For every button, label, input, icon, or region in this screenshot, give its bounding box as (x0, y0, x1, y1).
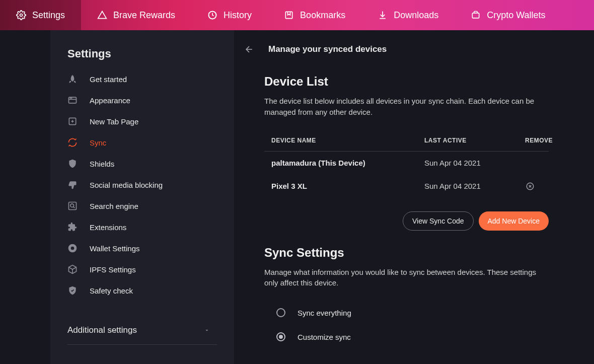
col-device-name: DEVICE NAME (264, 137, 424, 144)
sidebar-item-extensions[interactable]: Extensions (50, 216, 234, 238)
svg-rect-11 (69, 202, 77, 210)
tab-label: Bookmarks (300, 10, 345, 21)
appearance-icon (67, 95, 78, 105)
nav-label: Wallet Settings (90, 244, 140, 253)
puzzle-icon (67, 222, 78, 232)
gear-icon (16, 10, 26, 20)
wallet-icon (471, 10, 481, 20)
sidebar-item-social-media-blocking[interactable]: Social media blocking (50, 174, 234, 195)
svg-point-0 (20, 14, 23, 17)
back-arrow-icon[interactable] (244, 44, 254, 54)
search-icon (67, 201, 78, 211)
tab-downloads[interactable]: Downloads (361, 0, 455, 30)
sidebar-item-safety-check[interactable]: Safety check (50, 280, 234, 301)
table-row: paltamadura (This Device) Sun Apr 04 202… (264, 152, 549, 174)
new-tab-icon (67, 116, 78, 126)
cube-icon (67, 264, 78, 274)
history-icon (207, 10, 217, 20)
svg-rect-2 (285, 12, 292, 18)
close-circle-icon (526, 182, 535, 191)
additional-settings[interactable]: Additional settings (50, 320, 234, 340)
radio-icon (276, 308, 285, 317)
nav-label: Social media blocking (90, 181, 163, 189)
device-table: DEVICE NAME LAST ACTIVE REMOVE paltamadu… (264, 130, 549, 198)
device-list-desc: The device list below includes all devic… (264, 96, 549, 118)
chevron-down-icon (204, 327, 210, 333)
sync-settings-desc: Manage what information you would like t… (264, 267, 549, 289)
svg-point-12 (70, 204, 74, 207)
device-last-active: Sun Apr 04 2021 (424, 159, 525, 167)
download-icon (378, 10, 388, 20)
rocket-icon (67, 74, 78, 84)
tab-label: History (224, 10, 252, 21)
svg-rect-3 (473, 13, 479, 18)
radio-sync-everything[interactable]: Sync everything (276, 301, 549, 325)
sidebar-item-get-started[interactable]: Get started (50, 68, 234, 90)
sidebar-item-search-engine[interactable]: Search engine (50, 195, 234, 216)
svg-point-15 (71, 247, 75, 250)
nav-label: Sync (90, 138, 106, 147)
nav-label: Search engine (90, 202, 138, 210)
nav-label: Shields (90, 160, 114, 168)
device-list-heading: Device List (264, 75, 549, 89)
sync-icon (67, 137, 78, 148)
col-remove: REMOVE (525, 137, 553, 144)
nav-label: Safety check (90, 286, 133, 295)
radio-label: Sync everything (298, 309, 351, 317)
remove-device-button[interactable] (525, 181, 535, 191)
shield-check-icon (67, 285, 78, 296)
sidebar-item-ipfs-settings[interactable]: IPFS Settings (50, 259, 234, 280)
table-row: Pixel 3 XL Sun Apr 04 2021 (264, 174, 549, 198)
sidebar-item-wallet-settings[interactable]: Wallet Settings (50, 238, 234, 259)
device-name: Pixel 3 XL (264, 182, 424, 190)
nav-label: New Tab Page (90, 117, 138, 126)
triangle-icon (97, 10, 107, 20)
sidebar-item-shields[interactable]: Shields (50, 153, 234, 174)
radio-customize-sync[interactable]: Customize sync (276, 325, 549, 349)
tab-bookmarks[interactable]: Bookmarks (268, 0, 361, 30)
nav-label: Appearance (90, 96, 130, 105)
tab-label: Downloads (394, 10, 438, 21)
divider (67, 344, 217, 345)
tab-crypto-wallets[interactable]: Crypto Wallets (455, 0, 561, 30)
svg-line-13 (73, 207, 75, 208)
sync-settings-heading: Sync Settings (264, 246, 549, 260)
sidebar-item-new-tab-page[interactable]: New Tab Page (50, 111, 234, 132)
col-last-active: LAST ACTIVE (424, 137, 525, 144)
tab-label: Brave Rewards (113, 10, 175, 21)
view-sync-code-button[interactable]: View Sync Code (403, 211, 473, 231)
tab-brave-rewards[interactable]: Brave Rewards (81, 0, 191, 30)
sidebar-item-appearance[interactable]: Appearance (50, 90, 234, 111)
nav-label: Extensions (90, 223, 126, 232)
sidebar-title: Settings (50, 47, 234, 68)
page-title: Manage your synced devices (268, 44, 387, 54)
shield-icon (67, 159, 78, 169)
device-last-active: Sun Apr 04 2021 (424, 182, 525, 190)
sidebar-item-sync[interactable]: Sync (50, 132, 234, 153)
sidebar: Settings Get started Appearance New Tab … (50, 30, 234, 364)
bookmark-icon (284, 10, 294, 20)
thumbs-down-icon (67, 180, 78, 190)
wallet-settings-icon (67, 243, 78, 253)
tab-label: Crypto Wallets (487, 10, 545, 21)
device-name: paltamadura (This Device) (264, 159, 424, 167)
nav-label: IPFS Settings (90, 265, 136, 274)
radio-icon (276, 332, 285, 341)
nav-label: Get started (90, 75, 127, 84)
tab-label: Settings (32, 10, 65, 21)
tab-history[interactable]: History (191, 0, 268, 30)
radio-label: Customize sync (298, 333, 351, 341)
tab-settings[interactable]: Settings (0, 0, 81, 30)
svg-point-7 (71, 98, 72, 99)
add-new-device-button[interactable]: Add New Device (479, 211, 549, 231)
content: Manage your synced devices Device List T… (234, 30, 594, 364)
additional-label: Additional settings (67, 325, 137, 335)
svg-point-6 (70, 98, 70, 99)
